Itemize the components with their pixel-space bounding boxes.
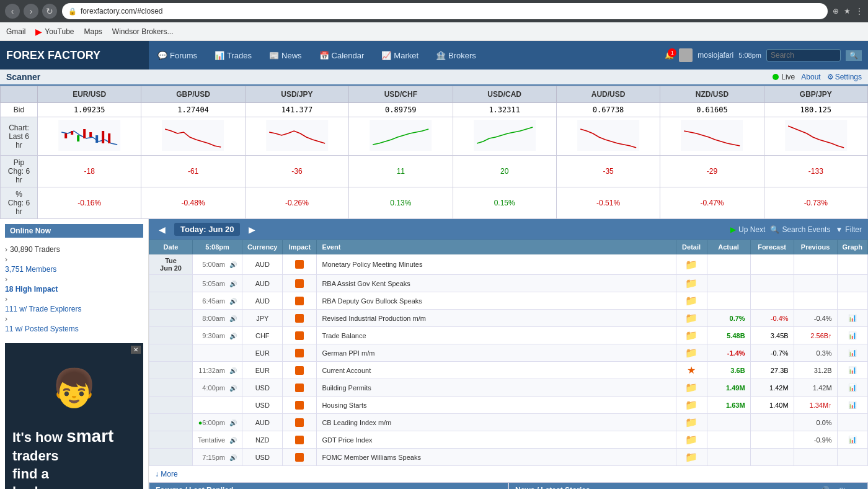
cal-graph-11[interactable]: [837, 449, 867, 466]
nav-news[interactable]: 📰 News: [260, 41, 311, 70]
detail-icon-1[interactable]: 📁: [685, 278, 698, 289]
nav-trades[interactable]: 📊 Trades: [206, 41, 260, 70]
cal-graph-9[interactable]: [837, 414, 867, 431]
ad-close-button[interactable]: ✕: [131, 346, 141, 354]
filter-button[interactable]: ▼ Filter: [835, 225, 862, 234]
graph-icon-7[interactable]: 📊: [848, 384, 857, 391]
cal-detail-11[interactable]: 📁: [676, 449, 707, 466]
detail-icon-5[interactable]: 📁: [685, 348, 698, 358]
back-button[interactable]: ‹: [5, 4, 20, 19]
graph-icon-4[interactable]: 📊: [848, 331, 857, 339]
nav-market[interactable]: 📈 Market: [373, 41, 427, 70]
search-events-button[interactable]: 🔍 Search Events: [770, 225, 830, 234]
cal-graph-3[interactable]: 📊: [837, 310, 867, 327]
graph-icon-6[interactable]: 📊: [848, 366, 857, 374]
cal-event-5[interactable]: German PPI m/m: [317, 344, 676, 362]
detail-icon-0[interactable]: 📁: [685, 259, 698, 270]
detail-icon-9[interactable]: 📁: [685, 417, 698, 428]
detail-icon-7[interactable]: 📁: [685, 382, 698, 393]
detail-icon-10[interactable]: 📁: [685, 434, 698, 445]
cal-graph-8[interactable]: 📊: [837, 397, 867, 414]
forward-button[interactable]: ›: [24, 4, 38, 19]
graph-icon-5[interactable]: 📊: [848, 349, 857, 356]
settings-button[interactable]: ⚙ Settings: [827, 73, 862, 81]
detail-icon-3[interactable]: 📁: [685, 313, 698, 323]
cal-event-2[interactable]: RBA Deputy Gov Bullock Speaks: [317, 292, 676, 310]
graph-icon-3[interactable]: 📊: [848, 314, 857, 321]
bookmark-gmail[interactable]: Gmail: [6, 27, 25, 36]
more-button[interactable]: ↓ More: [149, 466, 868, 482]
cal-graph-0[interactable]: [837, 254, 867, 275]
cal-detail-0[interactable]: 📁: [676, 254, 707, 275]
cal-graph-2[interactable]: [837, 292, 867, 310]
cal-event-3[interactable]: Revised Industrial Production m/m: [317, 310, 676, 327]
cal-event-11[interactable]: FOMC Member Williams Speaks: [317, 449, 676, 466]
detail-icon-11[interactable]: 📁: [685, 452, 698, 462]
chart-nzdusd[interactable]: [660, 117, 764, 156]
pair-header-gbpjpy[interactable]: GBP/JPY: [764, 86, 867, 103]
cal-detail-9[interactable]: 📁: [676, 414, 707, 431]
username[interactable]: mosiojafari: [698, 51, 733, 60]
trade-explorers-link[interactable]: ›111 w/ Trade Explorers: [5, 295, 143, 315]
graph-icon-10[interactable]: 📊: [848, 436, 857, 443]
cal-graph-6[interactable]: 📊: [837, 362, 867, 379]
cal-event-1[interactable]: RBA Assist Gov Kent Speaks: [317, 275, 676, 292]
cal-graph-10[interactable]: 📊: [837, 431, 867, 449]
detail-icon-4[interactable]: 📁: [685, 330, 698, 341]
bookmark-youtube[interactable]: ▶ YouTube: [35, 27, 74, 37]
pair-header-eurusd[interactable]: EUR/USD: [38, 86, 141, 103]
up-next-button[interactable]: ▶ Up Next: [730, 225, 765, 234]
cal-detail-6[interactable]: ★: [676, 362, 707, 379]
cal-graph-7[interactable]: 📊: [837, 379, 867, 397]
chart-usdjpy[interactable]: [245, 117, 348, 156]
cal-detail-2[interactable]: 📁: [676, 292, 707, 310]
search-button[interactable]: 🔍: [846, 50, 862, 61]
graph-icon-8[interactable]: 📊: [848, 401, 857, 408]
pair-header-usdcad[interactable]: USD/CAD: [453, 86, 556, 103]
chart-usdchf[interactable]: [349, 117, 453, 156]
chart-usdcad[interactable]: [453, 117, 556, 156]
chart-audusd[interactable]: [556, 117, 660, 156]
cal-graph-4[interactable]: 📊: [837, 327, 867, 344]
cal-detail-8[interactable]: 📁: [676, 397, 707, 414]
high-impact-link[interactable]: ›18 High Impact: [5, 275, 143, 295]
cal-event-9[interactable]: CB Leading Index m/m: [317, 414, 676, 431]
pair-header-usdchf[interactable]: USD/CHF: [349, 86, 453, 103]
cal-detail-5[interactable]: 📁: [676, 344, 707, 362]
cal-detail-1[interactable]: 📁: [676, 275, 707, 292]
pair-header-gbpusd[interactable]: GBP/USD: [141, 86, 245, 103]
bookmark-maps[interactable]: Maps: [84, 27, 102, 36]
members-link[interactable]: ›3,751 Members: [5, 255, 143, 275]
address-bar[interactable]: 🔒 forexfactory.com/#closed: [62, 3, 828, 19]
pair-header-nzdusd[interactable]: NZD/USD: [660, 86, 764, 103]
nav-forums[interactable]: 💬 Forums: [149, 41, 206, 70]
posted-systems-link[interactable]: ›11 w/ Posted Systems: [5, 315, 143, 334]
chart-gbpjpy[interactable]: [764, 117, 867, 156]
cal-event-0[interactable]: Monetary Policy Meeting Minutes: [317, 254, 676, 275]
cal-graph-5[interactable]: 📊: [837, 344, 867, 362]
stream-button[interactable]: ■ Stream: [833, 487, 861, 489]
cal-event-10[interactable]: GDT Price Index: [317, 431, 676, 449]
nav-brokers[interactable]: 🏦 Brokers: [427, 41, 485, 70]
chart-eurusd[interactable]: [38, 117, 141, 156]
detail-icon-2[interactable]: 📁: [685, 295, 698, 306]
cal-detail-10[interactable]: 📁: [676, 431, 707, 449]
search-input[interactable]: [766, 49, 841, 61]
detail-icon-6[interactable]: ★: [687, 365, 696, 375]
cal-event-6[interactable]: Current Account: [317, 362, 676, 379]
cal-event-8[interactable]: Housing Starts: [317, 397, 676, 414]
cal-event-7[interactable]: Building Permits: [317, 379, 676, 397]
notification-bell[interactable]: 🔔 1: [665, 51, 674, 60]
cal-detail-4[interactable]: 📁: [676, 327, 707, 344]
calendar-next-button[interactable]: ▶: [245, 223, 259, 236]
pair-header-audusd[interactable]: AUD/USD: [556, 86, 660, 103]
calendar-prev-button[interactable]: ◀: [155, 223, 169, 236]
bookmark-windsor[interactable]: Windsor Brokers...: [112, 27, 174, 36]
nav-calendar[interactable]: 📅 Calendar: [311, 41, 373, 70]
cal-event-4[interactable]: Trade Balance: [317, 327, 676, 344]
about-button[interactable]: About: [801, 73, 820, 81]
detail-icon-8[interactable]: 📁: [685, 400, 698, 410]
pair-header-usdjpy[interactable]: USD/JPY: [245, 86, 348, 103]
chart-gbpusd[interactable]: [141, 117, 245, 156]
reload-button[interactable]: ↻: [42, 4, 57, 19]
